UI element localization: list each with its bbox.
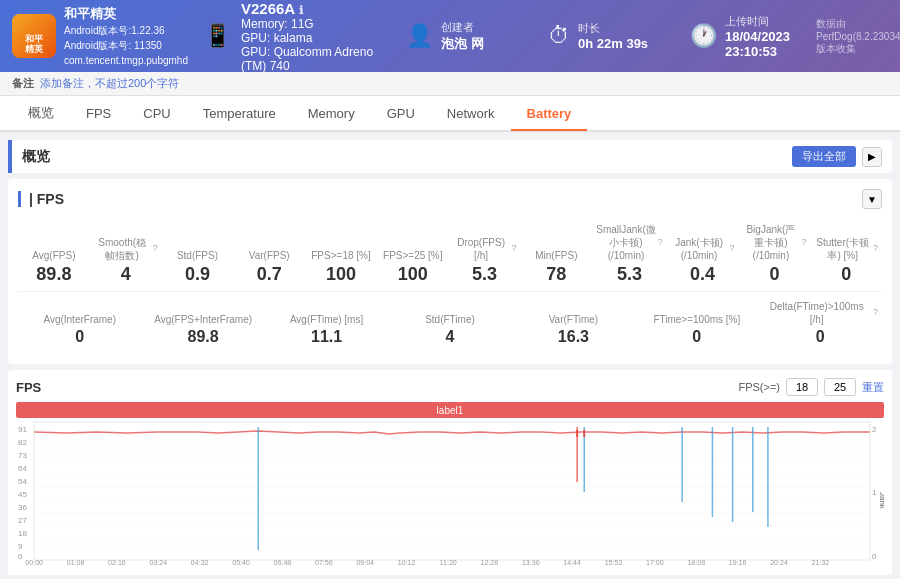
svg-text:64: 64 (18, 464, 28, 473)
section-title: 概览 (22, 148, 50, 166)
collapse-section-btn[interactable]: ▶ (862, 147, 882, 167)
stat-min-fps: Min(FPS) 78 (520, 247, 592, 287)
svg-text:03:24: 03:24 (149, 559, 167, 566)
svg-text:0: 0 (872, 552, 877, 561)
chart-panel: FPS FPS(>=) 重置 label1 91 82 73 64 54 45 … (8, 370, 892, 575)
tab-temperature[interactable]: Temperature (187, 98, 292, 131)
creator-value: 泡泡 网 (441, 35, 484, 53)
stat-fps25: FPS>=25 [%] 100 (377, 247, 449, 287)
svg-text:14:44: 14:44 (563, 559, 581, 566)
svg-text:36: 36 (18, 503, 28, 512)
svg-text:1: 1 (872, 488, 877, 497)
stat-avg-interframe: Avg(InterFrame) 0 (18, 311, 141, 348)
package-name: com.tencent.tmgp.pubgmhd (64, 53, 188, 68)
svg-text:和平: 和平 (24, 34, 44, 44)
chart-controls: FPS(>=) 重置 (738, 378, 884, 396)
app-name: 和平精英 (64, 4, 188, 24)
stat-avg-fps: Avg(FPS) 89.8 (18, 247, 90, 287)
svg-text:精英: 精英 (24, 44, 44, 54)
svg-text:9: 9 (18, 542, 23, 551)
svg-text:09:04: 09:04 (356, 559, 374, 566)
fps-panel-header: | FPS ▼ (18, 189, 882, 209)
svg-text:17:00: 17:00 (646, 559, 664, 566)
upload-info: 上传时间 18/04/2023 23:10:53 (725, 14, 800, 59)
svg-text:Jank: Jank (878, 492, 884, 510)
tab-fps[interactable]: FPS (70, 98, 127, 131)
app-icon: 和平 精英 (12, 14, 56, 58)
upload-label: 上传时间 (725, 14, 800, 29)
stat-drop-fps: Drop(FPS) [/h] ? 5.3 (449, 234, 521, 287)
svg-text:11:20: 11:20 (439, 559, 457, 566)
stat-var-ftime: Var(FTime) 16.3 (512, 311, 635, 348)
svg-text:07:56: 07:56 (315, 559, 333, 566)
fps-stats-row2: Avg(InterFrame) 0 Avg(FPS+InterFrame) 89… (18, 292, 882, 354)
stat-ftime100: FTime>=100ms [%] 0 (635, 311, 758, 348)
svg-text:20:24: 20:24 (770, 559, 788, 566)
chart-header: FPS FPS(>=) 重置 (16, 378, 884, 396)
svg-text:15:52: 15:52 (605, 559, 623, 566)
svg-text:label1: label1 (437, 405, 464, 416)
svg-text:54: 54 (18, 477, 28, 486)
tab-gpu[interactable]: GPU (371, 98, 431, 131)
svg-text:00:00: 00:00 (25, 559, 43, 566)
tab-battery[interactable]: Battery (511, 98, 588, 131)
chart-title: FPS (16, 380, 41, 395)
fps-input-1[interactable] (786, 378, 818, 396)
fps-panel-title: | FPS (18, 191, 64, 207)
svg-text:05:40: 05:40 (232, 559, 250, 566)
chart-area: label1 91 82 73 64 54 45 36 27 18 9 0 2 … (16, 402, 884, 575)
fps-collapse-btn[interactable]: ▼ (862, 189, 882, 209)
svg-text:02:16: 02:16 (108, 559, 126, 566)
fps-input-2[interactable] (824, 378, 856, 396)
stat-jank: Jank(卡顿)(/10min) ? 0.4 (667, 234, 739, 287)
main-content: 概览 导出全部 ▶ | FPS ▼ Avg(FPS) 89.8 Smooth(稳… (0, 132, 900, 575)
stat-stutter: Stutter(卡顿率) [%] ? 0 (810, 234, 882, 287)
svg-text:27: 27 (18, 516, 28, 525)
header: 和平 精英 和平精英 Android版本号:1.22.36 Android版本号… (0, 0, 900, 72)
tab-cpu[interactable]: CPU (127, 98, 186, 131)
export-button[interactable]: 导出全部 (792, 146, 856, 167)
android-version: Android版本号:1.22.36 (64, 23, 188, 38)
tab-network[interactable]: Network (431, 98, 511, 131)
stat-fps18: FPS>=18 [%] 100 (305, 247, 377, 287)
svg-text:13:36: 13:36 (522, 559, 540, 566)
device-info: 📱 V2266A ℹ Memory: 11G GPU: kalama GPU: … (204, 0, 374, 73)
svg-text:21:32: 21:32 (812, 559, 830, 566)
clock-icon: ⏱ (548, 23, 570, 49)
upload-icon: 🕐 (690, 23, 717, 49)
stat-delta-ftime: Delta(FTime)>100ms [/h] ? 0 (759, 298, 882, 348)
stat-small-jank: SmallJank(微小卡顿)(/10min) ? 5.3 (592, 221, 666, 287)
svg-text:91: 91 (18, 425, 28, 434)
fps-chart-svg: label1 91 82 73 64 54 45 36 27 18 9 0 2 … (16, 402, 884, 567)
tab-memory[interactable]: Memory (292, 98, 371, 131)
upload-value: 18/04/2023 23:10:53 (725, 29, 800, 59)
phone-icon: 📱 (204, 23, 231, 49)
svg-text:82: 82 (18, 438, 28, 447)
svg-text:45: 45 (18, 490, 28, 499)
duration-label: 时长 (578, 21, 648, 36)
svg-text:18: 18 (18, 529, 28, 538)
device-gpu2: GPU: Qualcomm Adreno (TM) 740 (241, 45, 374, 73)
stat-var-fps: Var(FPS) 0.7 (233, 247, 305, 287)
section-header: 概览 导出全部 ▶ (8, 140, 892, 173)
duration-info: 时长 0h 22m 39s (578, 21, 648, 51)
svg-text:2: 2 (872, 425, 877, 434)
fps-gte-label: FPS(>=) (738, 381, 780, 393)
stat-smooth: Smooth(稳帧指数) ? 4 (90, 234, 162, 287)
creator-section: 👤 创建者 泡泡 网 (406, 20, 516, 53)
duration-value: 0h 22m 39s (578, 36, 648, 51)
reset-button[interactable]: 重置 (862, 380, 884, 395)
app-info: 和平 精英 和平精英 Android版本号:1.22.36 Android版本号… (12, 4, 172, 69)
fps-panel: | FPS ▼ Avg(FPS) 89.8 Smooth(稳帧指数) ? 4 S… (8, 179, 892, 364)
svg-text:10:12: 10:12 (398, 559, 416, 566)
fps-stats-row1: Avg(FPS) 89.8 Smooth(稳帧指数) ? 4 Std(FPS) … (18, 217, 882, 292)
nav-tabs: 概览 FPS CPU Temperature Memory GPU Networ… (0, 96, 900, 132)
svg-text:18:08: 18:08 (687, 559, 705, 566)
notes-add[interactable]: 添加备注，不超过200个字符 (40, 76, 179, 91)
device-gpu1: GPU: kalama (241, 31, 374, 45)
svg-text:73: 73 (18, 451, 28, 460)
svg-text:06:48: 06:48 (274, 559, 292, 566)
tab-overview[interactable]: 概览 (12, 96, 70, 132)
stat-std-fps: Std(FPS) 0.9 (162, 247, 234, 287)
notes-bar: 备注 添加备注，不超过200个字符 (0, 72, 900, 96)
